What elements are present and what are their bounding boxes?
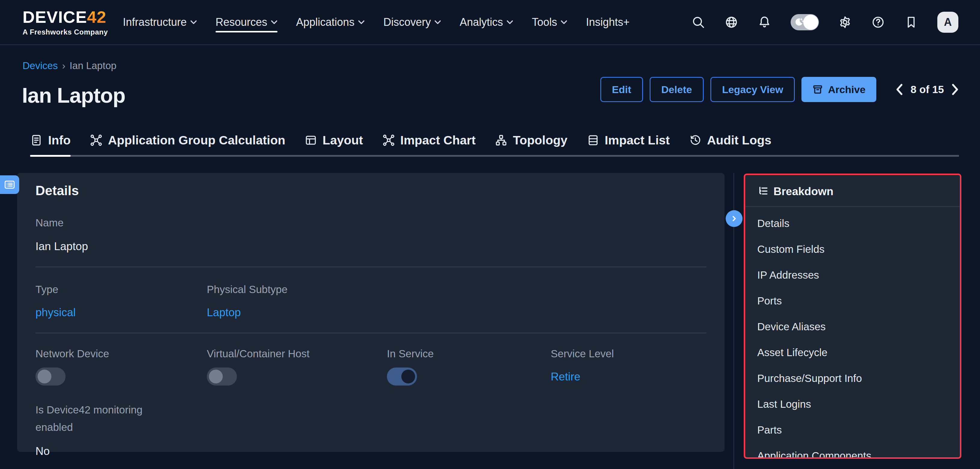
breakdown-item-parts[interactable]: Parts [745,417,960,443]
name-value: Ian Laptop [35,240,706,253]
tab-label: Audit Logs [707,133,772,147]
virtual-host-toggle[interactable] [207,368,237,385]
primary-nav: Infrastructure Resources Applications Di… [123,0,630,45]
breakdown-item-custom-fields[interactable]: Custom Fields [745,236,960,262]
nav-label: Discovery [383,16,431,29]
virtual-host-label: Virtual/Container Host [207,348,387,360]
logo-brand-accent: 42 [87,8,107,27]
pager-previous-icon[interactable] [896,84,904,95]
type-field: Type physical [35,284,207,319]
tab-impact-list[interactable]: Impact List [587,125,670,155]
list-icon [3,179,16,191]
page-title: Ian Laptop [22,84,126,108]
rows-icon [587,134,600,147]
breakdown-item-application-components[interactable]: Application Components [745,443,960,459]
tree-list-icon [757,185,769,198]
service-level-value-link[interactable]: Retire [551,371,706,383]
collapse-breakdown-button[interactable] [726,210,743,227]
bookmark-icon[interactable] [904,15,918,29]
theme-toggle[interactable] [791,14,819,30]
tab-label: Topology [513,133,567,147]
breakdown-item-device-aliases[interactable]: Device Aliases [745,314,960,340]
archive-button[interactable]: Archive [802,77,876,102]
breadcrumb-separator: › [62,60,65,71]
toggle-knob [209,370,223,383]
breakdown-item-purchase-support-info[interactable]: Purchase/Support Info [745,365,960,391]
edit-button[interactable]: Edit [600,77,643,102]
nav-item-discovery[interactable]: Discovery [383,0,441,45]
tab-topology[interactable]: Topology [495,125,567,155]
service-level-field: Service Level Retire [551,348,706,385]
device42-logo[interactable]: DEVICE42 A Freshworks Company [22,9,108,36]
breakdown-item-ip-addresses[interactable]: IP Addresses [745,262,960,288]
layout-icon [304,134,317,147]
monitoring-field-row: Is Device42 monitoring enabled No [35,401,706,458]
tab-impact-chart[interactable]: Impact Chart [382,125,476,155]
pager-next-icon[interactable] [951,84,959,95]
monitoring-label: Is Device42 monitoring enabled [35,401,168,436]
device-detail-tabs: Info Application Group Calculation Layou… [30,125,959,157]
monitoring-value: No [35,445,706,458]
breakdown-item-details[interactable]: Details [745,211,960,236]
chevron-down-icon [434,20,441,24]
tab-label: Impact Chart [401,133,476,147]
in-service-toggle[interactable] [387,368,417,385]
toggle-knob [401,370,415,383]
search-icon[interactable] [691,15,705,29]
physical-subtype-field: Physical Subtype Laptop [207,284,387,319]
physical-subtype-value-link[interactable]: Laptop [207,306,387,319]
delete-button[interactable]: Delete [650,77,704,102]
logo-wordmark: DEVICE42 [22,9,108,25]
nav-label: Analytics [460,16,503,29]
type-label: Type [35,284,207,295]
globe-icon[interactable] [724,15,738,29]
details-heading: Details [35,183,706,198]
breakdown-item-ports[interactable]: Ports [745,288,960,314]
network-device-toggle[interactable] [35,368,65,385]
details-panel: Details Name Ian Laptop Type physical Ph… [17,173,724,452]
share-nodes-icon [90,134,102,147]
breakdown-header: Breakdown [745,175,960,207]
nav-item-resources[interactable]: Resources [216,0,277,45]
nav-label: Infrastructure [123,16,187,29]
tab-info[interactable]: Info [30,125,71,155]
tab-label: Application Group Calculation [108,133,285,147]
nav-item-tools[interactable]: Tools [532,0,567,45]
logo-tagline: A Freshworks Company [22,29,108,36]
tab-layout[interactable]: Layout [304,125,363,155]
nav-item-applications[interactable]: Applications [296,0,364,45]
side-panel-handle[interactable] [0,175,19,194]
record-pager: 8 of 15 [896,84,959,95]
tab-audit-logs[interactable]: Audit Logs [689,125,772,155]
chevron-down-icon [561,20,567,24]
in-service-label: In Service [387,348,551,360]
nav-label: Tools [532,16,557,29]
breakdown-item-asset-lifecycle[interactable]: Asset Lifecycle [745,340,960,365]
breakdown-list: Details Custom Fields IP Addresses Ports… [745,207,960,459]
archive-box-icon [812,84,823,95]
chevron-down-icon [271,20,277,24]
settings-gear-icon[interactable] [838,15,852,29]
legacy-view-button[interactable]: Legacy View [710,77,795,102]
breakdown-item-last-logins[interactable]: Last Logins [745,391,960,417]
help-icon[interactable] [871,15,885,29]
tab-application-group-calculation[interactable]: Application Group Calculation [90,125,285,155]
nav-item-analytics[interactable]: Analytics [460,0,513,45]
topbar-utility-icons: A [691,12,958,33]
type-field-row: Type physical Physical Subtype Laptop [35,284,706,319]
edit-button-label: Edit [612,84,631,95]
breadcrumb-current: Ian Laptop [70,60,116,71]
legacy-view-button-label: Legacy View [722,84,783,95]
nav-item-insights-plus[interactable]: Insights+ [586,0,630,45]
nav-label: Resources [216,16,267,29]
toggle-knob [38,370,51,383]
user-avatar[interactable]: A [937,12,958,33]
tab-label: Info [48,133,71,147]
memo-icon [30,134,43,147]
breadcrumb-devices-link[interactable]: Devices [22,60,58,71]
nav-item-infrastructure[interactable]: Infrastructure [123,0,197,45]
avatar-initial: A [944,16,952,29]
notifications-bell-icon[interactable] [757,15,772,29]
type-value-link[interactable]: physical [35,306,207,319]
pager-position: 8 of 15 [910,84,944,95]
